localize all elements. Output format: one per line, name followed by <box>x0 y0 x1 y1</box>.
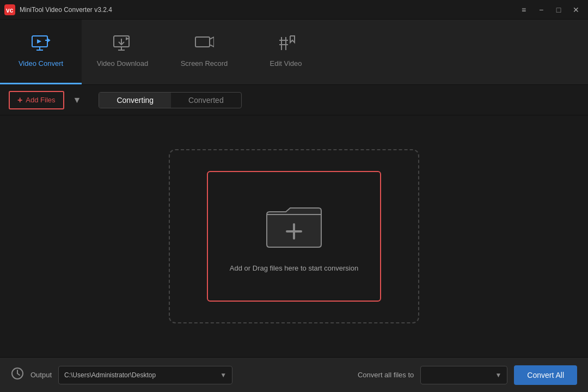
svg-text:vc: vc <box>6 7 14 14</box>
toolbar: + Add Files ▼ Converting Converted <box>0 85 588 115</box>
app-logo-icon: vc <box>4 4 15 15</box>
format-select-wrap[interactable]: ▼ <box>420 366 507 384</box>
drop-zone-outer: Add or Drag files here to start conversi… <box>169 149 419 323</box>
svg-marker-13 <box>210 37 214 47</box>
folder-add-icon <box>264 204 324 253</box>
add-plus-icon: + <box>17 95 22 105</box>
close-button[interactable]: ✕ <box>568 2 584 17</box>
add-files-dropdown-button[interactable]: ▼ <box>69 93 86 107</box>
edit-video-icon <box>276 35 296 55</box>
tab-group: Converting Converted <box>99 92 241 108</box>
maximize-button[interactable]: □ <box>551 2 566 17</box>
nav-item-edit-video[interactable]: Edit Video <box>245 20 327 84</box>
drop-zone-label: Add or Drag files here to start conversi… <box>230 264 358 272</box>
video-download-icon <box>113 35 132 55</box>
nav-label-video-download: Video Download <box>97 59 148 68</box>
nav-bar: Video Convert Video Download Screen Reco… <box>0 20 588 85</box>
svg-rect-12 <box>195 37 210 47</box>
video-convert-icon <box>31 35 51 55</box>
convert-all-button[interactable]: Convert All <box>514 365 577 385</box>
chevron-down-icon: ▼ <box>73 95 82 105</box>
nav-label-screen-record: Screen Record <box>181 59 228 68</box>
format-dropdown-icon[interactable]: ▼ <box>495 371 501 379</box>
svg-marker-5 <box>37 39 41 44</box>
nav-item-video-download[interactable]: Video Download <box>82 20 163 84</box>
nav-label-edit-video: Edit Video <box>270 59 302 68</box>
output-path-wrap[interactable]: C:\Users\Administrator\Desktop ▼ <box>58 366 232 384</box>
tab-converted[interactable]: Converted <box>171 93 241 108</box>
output-path-dropdown-icon[interactable]: ▼ <box>216 371 226 379</box>
main-content: Add or Drag files here to start conversi… <box>0 115 588 357</box>
footer: Output C:\Users\Administrator\Desktop ▼ … <box>0 357 588 392</box>
drop-zone-inner[interactable]: Add or Drag files here to start conversi… <box>207 171 381 302</box>
nav-item-video-convert[interactable]: Video Convert <box>0 20 82 84</box>
convert-files-label: Convert all files to <box>358 371 414 379</box>
add-files-button[interactable]: + Add Files <box>9 91 64 109</box>
menu-button[interactable]: ≡ <box>516 2 531 17</box>
title-bar-left: vc MiniTool Video Converter v3.2.4 <box>4 4 112 15</box>
screen-record-icon <box>194 35 214 55</box>
nav-label-video-convert: Video Convert <box>19 59 63 68</box>
title-bar-controls: ≡ − □ ✕ <box>516 2 584 17</box>
clock-icon <box>11 367 24 383</box>
tab-converting[interactable]: Converting <box>99 93 171 108</box>
add-files-label: Add Files <box>26 96 55 104</box>
output-label: Output <box>30 371 52 379</box>
folder-icon-wrap <box>261 201 327 255</box>
title-bar: vc MiniTool Video Converter v3.2.4 ≡ − □… <box>0 0 588 20</box>
app-title: MiniTool Video Converter v3.2.4 <box>20 6 112 14</box>
svg-line-22 <box>17 373 20 375</box>
nav-item-screen-record[interactable]: Screen Record <box>163 20 245 84</box>
nav-spacer <box>327 20 588 84</box>
output-path: C:\Users\Administrator\Desktop <box>64 371 216 379</box>
minimize-button[interactable]: − <box>534 2 549 17</box>
